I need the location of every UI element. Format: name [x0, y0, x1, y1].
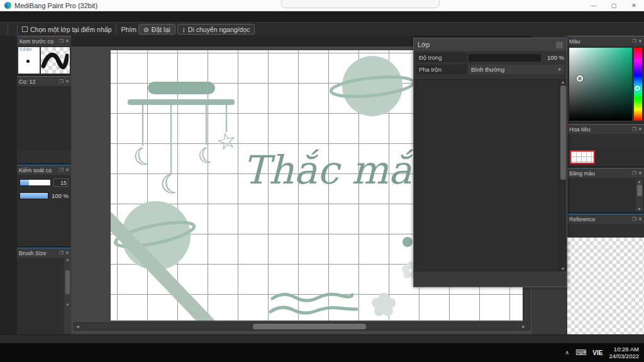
hue-bar[interactable]: [634, 48, 642, 121]
clock[interactable]: 10:28 AM 24/03/2022: [609, 346, 639, 359]
toolbar-separator: [8, 25, 8, 35]
reset-icon: ⊘: [143, 26, 149, 33]
titlebar: MediBang Paint Pro (32bit) — ▢ ✕: [0, 0, 644, 11]
close-icon[interactable]: ✕: [638, 216, 642, 222]
close-icon[interactable]: ✕: [65, 167, 69, 173]
popout-icon[interactable]: ❐: [632, 216, 636, 222]
scroll-down-icon[interactable]: ▼: [637, 207, 641, 211]
flower-large: [372, 293, 396, 316]
color-panel-body: [567, 46, 644, 123]
minimize-button[interactable]: —: [584, 0, 604, 11]
reset-button[interactable]: ⊘ Đặt lại: [138, 24, 175, 35]
hue-marker[interactable]: [635, 85, 640, 91]
reference-toolbar: [567, 224, 644, 238]
layers-scrollbar[interactable]: ▲ ▼: [558, 80, 567, 271]
color-panel-header: Màu ❐✕: [567, 36, 644, 46]
scroll-left-icon[interactable]: ◄: [74, 324, 81, 329]
taskbar: ∧ ⌨ VIE 10:28 AM 24/03/2022: [0, 343, 644, 362]
palette-grid: [569, 179, 636, 211]
statusbar: [0, 334, 644, 343]
select-layer-option[interactable]: Chọn một lớp tại điểm nhấp: [22, 26, 111, 33]
color-panel: Màu ❐✕: [567, 36, 644, 123]
popout-icon[interactable]: ❐: [59, 38, 64, 44]
scrollbar-thumb[interactable]: [253, 324, 366, 329]
layer-opacity-slider[interactable]: [469, 54, 541, 62]
brush-dot: [26, 60, 30, 63]
brush-opacity-value: 100 %: [51, 192, 69, 199]
select-layer-label: Chọn một lớp tại điểm nhấp: [30, 26, 111, 33]
brush-size-label: 0.64m: [19, 47, 31, 52]
popout-icon[interactable]: ❐: [632, 38, 636, 44]
canvas-horizontal-scrollbar[interactable]: ◄ ►: [74, 322, 528, 331]
blend-label: Pha trộn: [416, 65, 467, 74]
tray-chevron-icon[interactable]: ∧: [565, 349, 569, 356]
navigator-header: Hoa tiêu ❐✕: [567, 124, 644, 134]
popout-icon[interactable]: ❐: [632, 170, 636, 176]
reference-panel: Reference ❐✕: [567, 214, 644, 334]
scroll-up-icon[interactable]: ▲: [66, 258, 70, 261]
close-icon[interactable]: ✕: [638, 38, 642, 44]
key-label: Phím: [121, 26, 136, 33]
tool-column: [0, 36, 17, 334]
moon-charm-3: ☾: [195, 141, 219, 170]
popout-icon[interactable]: ❐: [59, 250, 64, 256]
brush-opacity-slider[interactable]: [19, 192, 48, 199]
brush-size-scrollbar[interactable]: ▲ ▼: [64, 258, 71, 334]
left-panel-column: Xem trước cọ ❐✕ 0.64m Cọ: 12 ❐✕ Kiểm soá…: [17, 36, 71, 334]
saturation-value-box[interactable]: [569, 48, 632, 121]
layer-list: [414, 80, 558, 271]
popout-icon[interactable]: ❐: [59, 79, 64, 84]
reference-body[interactable]: [567, 238, 644, 334]
app-icon: [4, 2, 11, 9]
brush-list: [17, 86, 71, 151]
brush-stroke-preview: [41, 47, 70, 74]
move-direction-button[interactable]: ↕ Di chuyển ngang/dọc: [177, 24, 255, 35]
scroll-down-icon[interactable]: ▼: [561, 266, 565, 271]
blend-mode-dropdown[interactable]: Bình thường ▼: [469, 65, 564, 74]
scroll-down-icon[interactable]: ▼: [66, 303, 70, 307]
brush-size-slider[interactable]: [19, 179, 51, 186]
brush-size-panel: Brush Size ❐✕ ▲ ▼: [17, 248, 71, 334]
palette-scrollbar[interactable]: ▲ ▼: [636, 179, 643, 211]
tray-time: 10:28 AM: [609, 346, 639, 353]
popout-icon[interactable]: ❐: [632, 126, 636, 132]
layers-controls: Độ trong 100 % Pha trộn Bình thường ▼: [414, 51, 567, 80]
select-layer-checkbox[interactable]: [22, 26, 28, 32]
scroll-up-icon[interactable]: ▲: [561, 80, 565, 84]
opacity-label: Độ trong: [416, 53, 467, 62]
close-button[interactable]: ✕: [624, 0, 644, 11]
scroll-right-icon[interactable]: ►: [520, 324, 527, 329]
palette-panel: Bảng màu ❐✕ ▲ ▼: [567, 168, 644, 212]
brush-preview-body: 0.64m: [17, 46, 71, 75]
layer-list-wrap: ▲ ▼: [414, 80, 567, 271]
scrollbar-thumb[interactable]: [65, 270, 70, 294]
close-icon[interactable]: ✕: [638, 170, 642, 176]
chevron-down-icon: ▼: [557, 67, 562, 72]
scrollbar-track[interactable]: [81, 323, 520, 330]
maximize-button[interactable]: ▢: [604, 0, 624, 11]
layers-panel-menu-button[interactable]: [556, 41, 563, 48]
popout-icon[interactable]: ❐: [59, 167, 64, 173]
navigator-thumbnail[interactable]: [570, 150, 595, 164]
touch-keyboard-icon[interactable]: ⌨: [575, 348, 586, 357]
layer-opacity-value: 100 %: [543, 54, 564, 61]
window-title: MediBang Paint Pro (32bit): [14, 2, 97, 9]
layers-panel-header[interactable]: Lớp: [414, 38, 567, 51]
sv-marker[interactable]: [577, 75, 583, 82]
brush-size-value[interactable]: 15: [53, 178, 69, 187]
navigator-thumbnail-row: [567, 148, 644, 167]
scroll-up-icon[interactable]: ▲: [637, 179, 641, 184]
close-icon[interactable]: ✕: [65, 38, 69, 44]
palette-body: ▲ ▼: [567, 178, 644, 212]
close-icon[interactable]: ✕: [638, 126, 642, 132]
layers-panel: Lớp Độ trong 100 % Pha trộn Bình thường …: [413, 38, 567, 287]
close-icon[interactable]: ✕: [65, 250, 69, 256]
right-panel-column: Màu ❐✕ Hoa tiêu ❐✕ Bảng màu ❐✕: [567, 36, 644, 334]
scrollbar-thumb[interactable]: [637, 185, 642, 196]
language-indicator[interactable]: VIE: [592, 349, 602, 356]
toolbar-separator: [116, 25, 116, 35]
planet-top: [342, 56, 402, 116]
scrollbar-thumb[interactable]: [560, 85, 566, 180]
layers-panel-title: Lớp: [418, 41, 430, 48]
close-icon[interactable]: ✕: [65, 79, 69, 84]
